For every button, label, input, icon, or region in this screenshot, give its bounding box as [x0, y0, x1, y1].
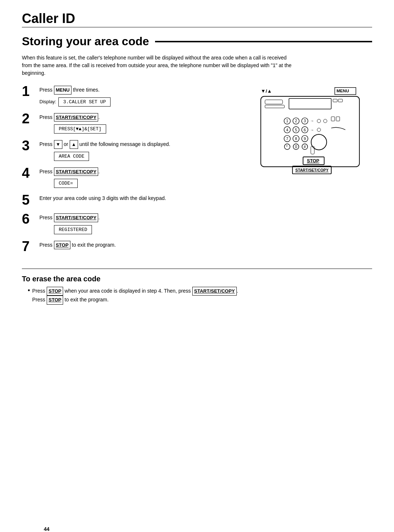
erase-text-content: Press STOP when your area code is displa…	[32, 287, 238, 305]
step-1-number: 1	[22, 84, 39, 98]
svg-rect-4	[265, 100, 282, 104]
bullet-symbol: •	[28, 287, 30, 295]
step-3-content: Press ▼ or ▲ until the following message…	[39, 140, 241, 161]
step-3-text-after: until the following message is displayed…	[78, 141, 170, 147]
svg-text:*: *	[286, 144, 287, 149]
step-1-display: Display:3.CALLER SET UP	[39, 97, 241, 107]
erase-bullet: • Press STOP when your area code is disp…	[28, 287, 299, 305]
step-3-text-before: Press	[39, 141, 54, 147]
header-divider	[22, 27, 372, 27]
device-diagram: ▼/▲ MENU	[255, 86, 372, 189]
step-4-start-key: START/SET/COPY	[54, 167, 98, 176]
step-6-display-value: REGISTERED	[54, 225, 92, 234]
step-1-display-label: Display:	[39, 99, 56, 104]
svg-text:STOP: STOP	[307, 158, 319, 163]
svg-point-27	[317, 128, 321, 132]
svg-rect-7	[338, 99, 343, 102]
step-1-menu-key: MENU	[54, 86, 72, 95]
svg-text:3: 3	[304, 119, 306, 123]
erase-stop-key2: STOP	[47, 296, 63, 305]
step-1-content: Press MENU three times. Display:3.CALLER…	[39, 86, 241, 107]
step-2-number: 2	[22, 112, 39, 126]
svg-text:2: 2	[295, 119, 297, 123]
erase-start-key: START/SET/COPY	[192, 287, 237, 296]
svg-text:▼/▲: ▼/▲	[261, 88, 272, 94]
erase-stop-key: STOP	[47, 287, 63, 296]
erase-title: To erase the area code	[22, 275, 299, 283]
step-4-text-after: .	[98, 169, 100, 174]
step-3-text: Press ▼ or ▲ until the following message…	[39, 140, 241, 149]
step-2-text-before: Press	[39, 114, 54, 120]
step-5-text: Enter your area code using 3 digits with…	[39, 194, 241, 202]
svg-text:4: 4	[286, 128, 288, 132]
svg-point-17	[324, 119, 327, 123]
step-6-start-key: START/SET/COPY	[54, 213, 98, 222]
svg-rect-19	[336, 117, 340, 121]
erase-text-end: to exit the program.	[63, 297, 109, 302]
svg-text:0: 0	[295, 144, 297, 149]
svg-text:5: 5	[295, 128, 297, 132]
step-7-text: Press STOP to exit the program.	[39, 241, 241, 250]
step-1: 1 Press MENU three times. Display:3.CALL…	[22, 86, 241, 107]
step-4-text-before: Press	[39, 169, 54, 174]
step-6-text-after: .	[98, 215, 100, 220]
step-7-number: 7	[22, 239, 39, 253]
svg-text:MENU: MENU	[336, 89, 349, 93]
svg-text:1: 1	[286, 119, 288, 123]
svg-rect-8	[265, 105, 284, 108]
step-6-content: Press START/SET/COPY. REGISTERED	[39, 213, 241, 234]
step-5: 5 Enter your area code using 3 digits wi…	[22, 194, 241, 207]
step-7: 7 Press STOP to exit the program.	[22, 241, 241, 253]
step-3-number: 3	[22, 139, 39, 153]
svg-text:6: 6	[304, 128, 306, 132]
page-container: Caller ID Storing your area code When th…	[22, 11, 372, 532]
step-2-start-key: START/SET/COPY	[54, 113, 98, 122]
step-4-number: 4	[22, 166, 39, 180]
step-2-text: Press START/SET/COPY.	[39, 113, 241, 122]
step-4: 4 Press START/SET/COPY. CODE=	[22, 167, 241, 188]
svg-point-40	[311, 134, 327, 150]
svg-rect-6	[333, 99, 337, 102]
step-3-display-value: AREA CODE	[54, 152, 89, 161]
step-4-content: Press START/SET/COPY. CODE=	[39, 167, 241, 188]
step-3-up-key: ▲	[70, 140, 78, 149]
page-header: Caller ID	[22, 11, 372, 26]
svg-text:8: 8	[295, 136, 297, 141]
step-4-text: Press START/SET/COPY.	[39, 167, 241, 176]
step-7-stop-key: STOP	[54, 241, 70, 250]
step-2: 2 Press START/SET/COPY. PRESS[▼▲]&[SET]	[22, 113, 241, 134]
svg-text:→: →	[310, 119, 314, 123]
step-3-down-key: ▼	[54, 140, 62, 149]
section-title: Storing your area code	[22, 35, 149, 48]
step-2-content: Press START/SET/COPY. PRESS[▼▲]&[SET]	[39, 113, 241, 134]
step-5-content: Enter your area code using 3 digits with…	[39, 194, 241, 204]
svg-point-16	[317, 119, 321, 123]
step-4-display-value: CODE=	[54, 179, 78, 188]
step-2-display-value: PRESS[▼▲]&[SET]	[54, 124, 106, 134]
step-7-content: Press STOP to exit the program.	[39, 241, 241, 252]
step-1-display-value: 3.CALLER SET UP	[58, 97, 111, 107]
erase-section: To erase the area code • Press STOP when…	[22, 275, 299, 305]
section-divider	[22, 269, 372, 269]
title-line	[155, 41, 372, 42]
page-number: 44	[44, 526, 50, 532]
steps-column: 1 Press MENU three times. Display:3.CALL…	[22, 86, 241, 260]
header-title: Caller ID	[22, 11, 75, 26]
step-3-text-mid: or	[62, 141, 70, 147]
step-1-text: Press MENU three times.	[39, 86, 241, 95]
svg-text:9: 9	[304, 136, 306, 141]
svg-rect-5	[289, 99, 331, 109]
svg-text:→: →	[310, 128, 314, 132]
step-6: 6 Press START/SET/COPY. REGISTERED	[22, 213, 241, 234]
device-svg: ▼/▲ MENU	[255, 86, 365, 188]
step-1-text-before: Press	[39, 87, 54, 93]
main-content: 1 Press MENU three times. Display:3.CALL…	[22, 86, 372, 260]
step-7-text-before: Press	[39, 242, 54, 248]
intro-text: When this feature is set, the caller's t…	[22, 54, 292, 77]
svg-text:START/SET/COPY: START/SET/COPY	[295, 168, 328, 172]
svg-text:7: 7	[286, 136, 288, 141]
step-3: 3 Press ▼ or ▲ until the following messa…	[22, 140, 241, 161]
device-column: ▼/▲ MENU	[255, 86, 372, 260]
svg-text:#: #	[304, 144, 306, 149]
erase-text-mid1: when your area code is displayed in step…	[63, 288, 192, 294]
